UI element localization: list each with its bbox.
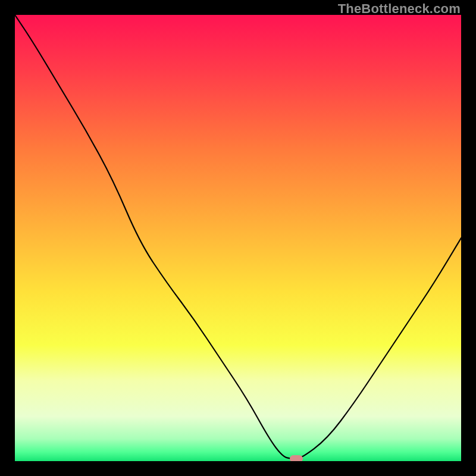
chart-frame: TheBottleneck.com xyxy=(0,0,476,476)
optimal-point-marker xyxy=(290,455,303,461)
bottleneck-curve xyxy=(15,15,461,461)
plot-area xyxy=(15,15,461,461)
